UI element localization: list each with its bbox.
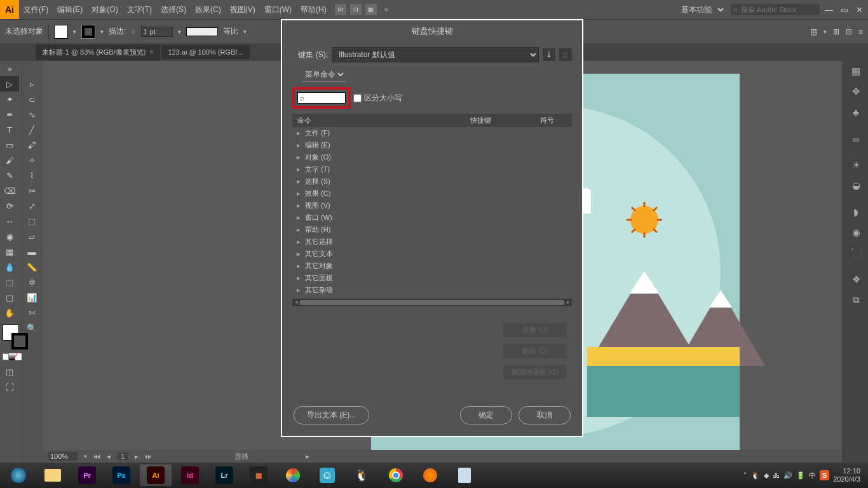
uniform-dropdown-icon[interactable]: ▾ (243, 29, 247, 35)
command-list-item[interactable]: ▸视图 (V) (292, 200, 572, 212)
tray-ime-icon[interactable]: 中 (809, 471, 816, 480)
command-list-item[interactable]: ▸文件 (F) (292, 127, 572, 139)
doc-tab-1[interactable]: 未标题-1 @ 83% (RGB/像素预览) × (36, 44, 160, 60)
scroll-thumb[interactable] (300, 300, 564, 305)
command-list-item[interactable]: ▸其它面板 (292, 272, 572, 284)
taskbar-app-1-icon[interactable]: ▦ (243, 464, 275, 486)
cc-panel-icon[interactable]: ∞ (843, 128, 868, 149)
export-text-button[interactable]: 导出文本 (E)... (294, 406, 369, 424)
gradient-tool[interactable]: ▬ (22, 244, 41, 259)
workspace-select[interactable]: 基本功能 (675, 3, 726, 16)
menu-view[interactable]: 视图(V) (226, 4, 260, 15)
scroll-left-icon[interactable]: ◂ (292, 299, 300, 306)
swatches-panel-icon[interactable]: ◒ (843, 175, 868, 196)
command-list-item[interactable]: ▸对象 (O) (292, 151, 572, 163)
screen-mode-icon[interactable]: ⛶ (0, 379, 19, 395)
style-dropdown-icon[interactable]: ▾ (824, 29, 827, 35)
stroke-panel-icon[interactable]: ◉ (843, 222, 868, 243)
taskbar-app-3-icon[interactable]: ☺ (311, 464, 343, 486)
graph-tool[interactable]: 📊 (22, 290, 41, 305)
save-keyset-icon[interactable]: ⤓ (543, 48, 555, 61)
lasso-tool[interactable]: ⊂ (22, 92, 41, 107)
menu-file[interactable]: 文件(F) (19, 4, 53, 15)
shortcut-search-input[interactable] (297, 92, 346, 104)
shaper-tool[interactable]: ✧ (22, 152, 41, 168)
taskbar-lightroom-icon[interactable]: Lr (208, 464, 240, 486)
measure-tool[interactable]: 📏 (22, 259, 41, 274)
taskbar-photoshop-icon[interactable]: Ps (105, 464, 137, 486)
draw-mode-icon[interactable]: ◫ (0, 364, 19, 379)
keyset-select[interactable]: Illustrator 默认值 (332, 47, 539, 62)
command-list-item[interactable]: ▸其它文本 (292, 248, 572, 260)
eyedropper-tool[interactable]: 💧 (0, 259, 19, 274)
pencil-tool[interactable]: ✎ (0, 168, 19, 183)
close-icon[interactable]: ✕ (856, 5, 863, 15)
fill-dropdown-icon[interactable]: ▾ (73, 29, 76, 35)
command-list-item[interactable]: ▸效果 (C) (292, 187, 572, 200)
command-list-item[interactable]: ▸文字 (T) (292, 163, 572, 175)
blend-tool[interactable]: ⬚ (0, 274, 19, 290)
gpu-icon[interactable]: ⎋ (381, 4, 392, 15)
nav-prev-icon[interactable]: ◂ (107, 452, 111, 461)
shape-builder-tool[interactable]: ◉ (0, 229, 19, 244)
tray-battery-icon[interactable]: 🔋 (796, 471, 805, 480)
fill-swatch[interactable] (54, 25, 68, 39)
taskbar-explorer-icon[interactable] (37, 464, 69, 486)
perspective-tool[interactable]: ▱ (22, 229, 41, 244)
ok-button[interactable]: 确定 (460, 406, 512, 424)
arrange-icon[interactable]: ▦ (365, 4, 377, 15)
menu-type[interactable]: 文字(T) (123, 4, 156, 15)
brush-tool[interactable]: 🖍 (22, 137, 41, 152)
menu-edit[interactable]: 编辑(E) (53, 4, 87, 15)
fill-stroke-swatches[interactable] (3, 324, 19, 349)
type-tool[interactable]: T (0, 122, 19, 137)
horizontal-scrollbar[interactable]: ◂ ▸ (292, 299, 572, 306)
color-mode-icon[interactable] (3, 353, 9, 360)
mesh-tool[interactable]: ▦ (0, 244, 19, 259)
taskbar-qq-icon[interactable]: 🐧 (346, 464, 377, 486)
line-tool[interactable]: ╱ (22, 122, 41, 137)
command-list-item[interactable]: ▸其它选择 (292, 236, 572, 248)
zoom-dropdown-icon[interactable]: ▾ (84, 453, 87, 459)
layers-panel-icon[interactable]: ❖ (843, 269, 868, 290)
stroke-dropdown-icon[interactable]: ▾ (100, 29, 104, 35)
category-select[interactable]: 菜单命令 (302, 67, 346, 82)
smooth-tool[interactable]: ⌇ (22, 168, 41, 183)
artboard-number[interactable]: 1 (117, 452, 128, 460)
zoom-input[interactable] (48, 452, 78, 461)
nav-first-icon[interactable]: ⏮ (93, 452, 100, 460)
align-icon[interactable]: ⊞ (833, 27, 839, 36)
properties-panel-icon[interactable]: ▦ (843, 61, 868, 81)
taskbar-notepad-icon[interactable] (449, 464, 480, 486)
pen-tool[interactable]: ✒ (0, 107, 19, 122)
command-list-item[interactable]: ▸帮助 (H) (292, 224, 572, 236)
cancel-button[interactable]: 取消 (519, 406, 571, 424)
tray-app-icon[interactable]: ◆ (764, 471, 769, 480)
taskbar-indesign-icon[interactable]: Id (174, 464, 206, 486)
selection-tool[interactable]: ▷ (0, 76, 19, 92)
taskbar-app-2-icon[interactable] (277, 464, 309, 486)
none-mode-icon[interactable]: ⁄ (15, 353, 22, 360)
nav-next-icon[interactable]: ▸ (135, 452, 139, 461)
gradient-panel-icon[interactable]: ⬛ (843, 243, 868, 263)
direct-selection-tool[interactable]: ▹ (22, 76, 41, 92)
slice-tool[interactable]: ✄ (22, 305, 41, 320)
command-list-item[interactable]: ▸其它杂项 (292, 284, 572, 296)
transform-icon[interactable]: ⊟ (846, 27, 852, 36)
stroke-swatch[interactable] (81, 25, 95, 39)
taskbar-premiere-icon[interactable]: Pr (71, 464, 103, 486)
command-list[interactable]: ▸文件 (F)▸编辑 (E)▸对象 (O)▸文字 (T)▸选择 (S)▸效果 (… (292, 127, 572, 296)
maximize-icon[interactable]: ▭ (841, 5, 848, 15)
status-play-icon[interactable]: ▸ (306, 452, 309, 461)
more-icon[interactable]: ≡ (858, 27, 863, 36)
close-tab-icon[interactable]: × (149, 48, 154, 57)
menu-effect[interactable]: 效果(C) (191, 4, 226, 15)
width-tool[interactable]: ↔ (0, 214, 19, 229)
scissors-tool[interactable]: ✂ (22, 183, 41, 198)
brushes-panel-icon[interactable]: ◗ (843, 202, 868, 222)
color-panel-icon[interactable]: ☀ (843, 155, 868, 175)
command-list-item[interactable]: ▸其它对象 (292, 260, 572, 272)
doc-tab-2[interactable]: 123.ai @ 100% (RGB/... (161, 45, 249, 59)
delete-keyset-icon[interactable]: 🗑 (559, 48, 572, 61)
minimize-icon[interactable]: — (825, 5, 833, 15)
